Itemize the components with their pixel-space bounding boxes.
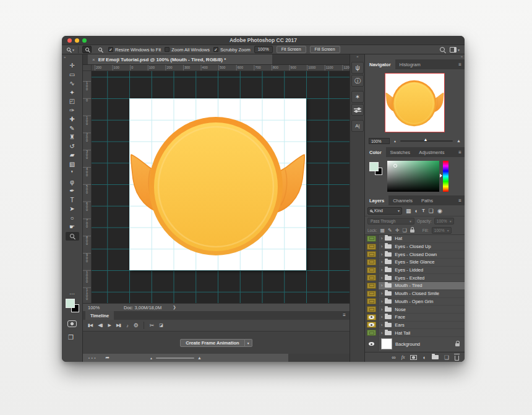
tab-timeline[interactable]: Timeline: [85, 311, 114, 320]
expand-group-icon[interactable]: ›: [381, 331, 382, 335]
tool-blur[interactable]: ❜: [66, 169, 79, 178]
hue-slider-arrow[interactable]: [440, 174, 442, 178]
navigator-zoom-slider[interactable]: ▲: [400, 140, 453, 142]
expand-group-icon[interactable]: ›: [381, 260, 382, 264]
tab-color[interactable]: Color: [365, 147, 386, 157]
expand-group-icon[interactable]: ›: [381, 291, 382, 296]
expand-group-icon[interactable]: ›: [381, 299, 382, 304]
create-animation-dropdown[interactable]: ▼: [245, 339, 252, 347]
visibility-toggle[interactable]: [365, 282, 379, 289]
zoom-percentage-field[interactable]: 100%: [254, 46, 273, 53]
link-layers-icon[interactable]: ∞: [392, 354, 395, 361]
tool-type[interactable]: T: [66, 196, 79, 205]
expand-group-icon[interactable]: ›: [381, 315, 382, 319]
visibility-toggle[interactable]: [365, 243, 379, 250]
panel-menu-icon[interactable]: ≡: [458, 198, 461, 203]
expand-group-icon[interactable]: ›: [381, 276, 382, 280]
brushes-panel-icon[interactable]: ψ: [351, 62, 364, 74]
tool-pen[interactable]: ✒: [66, 187, 79, 196]
expand-group-icon[interactable]: ›: [381, 268, 382, 272]
visibility-toggle[interactable]: [365, 329, 379, 336]
zoom-all-windows-checkbox[interactable]: Zoom All Windows: [165, 47, 210, 53]
visibility-toggle[interactable]: [365, 267, 379, 274]
expand-group-icon[interactable]: ›: [381, 283, 382, 288]
layer-row[interactable]: ›Ears: [365, 322, 465, 330]
opacity-field[interactable]: 100% ▾: [434, 218, 454, 225]
tool-marquee[interactable]: ▭: [66, 71, 79, 80]
tool-eyedropper[interactable]: ✑: [66, 106, 79, 116]
zoom-in-button[interactable]: [82, 46, 92, 53]
document-tab[interactable]: × Elf Emoji Tutorial.psd @ 100% (Mouth -…: [88, 54, 272, 64]
visibility-toggle[interactable]: [365, 322, 379, 329]
lock-image-pixels-icon[interactable]: ✎: [388, 228, 392, 233]
filter-kind-dropdown[interactable]: Kind ▾: [367, 207, 402, 215]
edit-toolbar-ellipsis[interactable]: ⋯: [62, 291, 82, 297]
filter-type-layers-icon[interactable]: T: [422, 208, 425, 213]
canvas[interactable]: [129, 98, 306, 270]
layer-row[interactable]: ›Face: [365, 314, 465, 322]
quick-mask-button[interactable]: [67, 320, 77, 327]
scrubby-zoom-checkbox[interactable]: ✓ Scrubby Zoom: [213, 47, 251, 53]
tool-hand[interactable]: ☛: [66, 223, 79, 232]
visibility-toggle[interactable]: [365, 259, 379, 266]
foreground-color-swatch[interactable]: [369, 162, 379, 171]
layer-row[interactable]: ›Mouth - Open Grin: [365, 298, 465, 306]
tool-history-brush[interactable]: ↺: [66, 142, 79, 152]
styles-panel-icon[interactable]: ✶: [351, 91, 364, 103]
visibility-toggle[interactable]: [365, 235, 379, 242]
add-layer-mask-icon[interactable]: [410, 355, 417, 360]
zoom-in-large-icon[interactable]: ▲: [197, 356, 202, 360]
lock-artboard-icon[interactable]: ❏: [403, 228, 407, 233]
new-group-icon[interactable]: [432, 355, 439, 359]
layer-thumbnail[interactable]: [381, 338, 392, 349]
character-panel-icon[interactable]: A|: [351, 120, 364, 132]
zoom-out-button[interactable]: [95, 46, 105, 53]
settings-gear-button[interactable]: ⚙: [134, 322, 138, 328]
panel-menu-icon[interactable]: ≡: [343, 312, 346, 318]
tab-layers[interactable]: Layers: [365, 195, 388, 205]
fill-field[interactable]: 100% ▾: [432, 227, 452, 234]
tool-dodge[interactable]: φ: [66, 178, 79, 187]
layer-row[interactable]: ›Eyes - Lidded: [365, 267, 465, 275]
expand-panels-chevrons[interactable]: «: [350, 54, 364, 60]
close-tab-icon[interactable]: ×: [92, 57, 95, 62]
visibility-toggle[interactable]: [365, 298, 379, 306]
timeline-zoom-slider[interactable]: ▲ ▲: [150, 356, 202, 360]
tool-zoom[interactable]: [66, 232, 79, 241]
navigator-proxy-view[interactable]: [385, 73, 445, 132]
tool-path-selection[interactable]: ➤: [66, 205, 79, 214]
visibility-toggle[interactable]: [365, 314, 379, 321]
previous-frame-button[interactable]: ◀▮: [98, 323, 102, 328]
tool-brush[interactable]: ✎: [66, 124, 79, 134]
first-frame-button[interactable]: ▮◀: [88, 323, 92, 328]
split-button[interactable]: ✂: [150, 322, 154, 328]
tool-eraser[interactable]: ▰: [66, 151, 79, 160]
lock-position-icon[interactable]: ✛: [395, 228, 400, 233]
next-frame-button[interactable]: ▶▮: [116, 323, 121, 328]
close-window-button[interactable]: [67, 38, 72, 43]
lock-all-icon[interactable]: [410, 229, 414, 233]
color-picker-marker[interactable]: [393, 164, 397, 168]
foreground-color-swatch[interactable]: [66, 299, 75, 308]
create-frame-animation-button[interactable]: Create Frame Animation: [180, 339, 244, 347]
selected-frames-icon[interactable]: ∘∘∘: [88, 356, 97, 360]
visibility-toggle[interactable]: [365, 290, 379, 297]
layer-row[interactable]: ›Nose: [365, 306, 465, 314]
tab-navigator[interactable]: Navigator: [365, 59, 395, 69]
tool-move[interactable]: ✛: [66, 61, 79, 71]
filter-pixel-layers-icon[interactable]: ▦: [406, 208, 411, 214]
layer-row-background[interactable]: Background: [365, 337, 465, 352]
color-swatches[interactable]: [66, 299, 80, 315]
expand-group-icon[interactable]: ›: [381, 244, 382, 249]
slider-thumb[interactable]: ▲: [423, 137, 427, 142]
layer-row[interactable]: ›Mouth - Tired: [365, 282, 465, 290]
layer-row[interactable]: ›Eyes - Side Glance: [365, 259, 465, 267]
tool-clone-stamp[interactable]: ♜: [66, 133, 79, 142]
layer-row[interactable]: ›Eyes - Closed Down: [365, 250, 465, 259]
tab-channels[interactable]: Channels: [388, 195, 417, 205]
layer-row[interactable]: ›Hat Tail: [365, 329, 465, 337]
filter-smart-objects-icon[interactable]: ◉: [437, 208, 442, 214]
zoom-window-button[interactable]: [82, 38, 87, 43]
pasteboard[interactable]: [92, 71, 350, 303]
zoom-in-large-icon[interactable]: ▲: [457, 139, 461, 143]
